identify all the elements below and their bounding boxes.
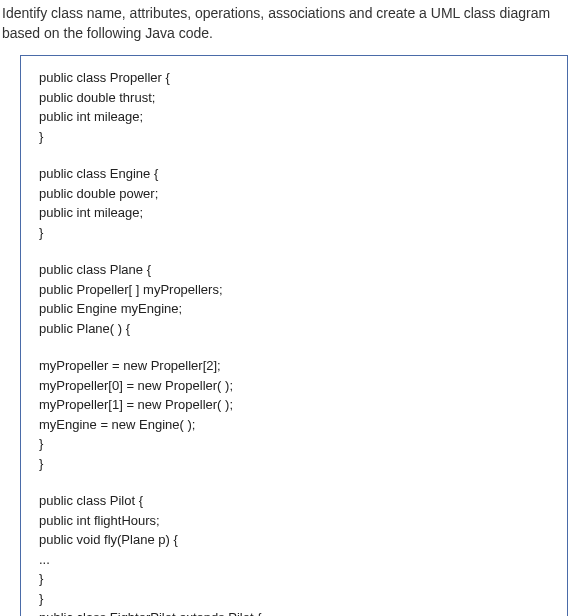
code-line: public Propeller[ ] myPropellers; bbox=[39, 280, 549, 300]
code-line: myEngine = new Engine( ); bbox=[39, 415, 549, 435]
code-line: public void fly(Plane p) { bbox=[39, 530, 549, 550]
code-line: public int mileage; bbox=[39, 107, 549, 127]
code-line: public class Engine { bbox=[39, 164, 549, 184]
code-line: public double power; bbox=[39, 184, 549, 204]
instruction-text: Identify class name, attributes, operati… bbox=[0, 0, 586, 51]
code-line: } bbox=[39, 223, 549, 243]
code-line: } bbox=[39, 127, 549, 147]
code-line: public Engine myEngine; bbox=[39, 299, 549, 319]
code-line: } bbox=[39, 434, 549, 454]
code-line: public class Propeller { bbox=[39, 68, 549, 88]
code-line: myPropeller[1] = new Propeller( ); bbox=[39, 395, 549, 415]
code-line: public double thrust; bbox=[39, 88, 549, 108]
code-container: public class Propeller { public double t… bbox=[20, 55, 568, 616]
code-line: } bbox=[39, 454, 549, 474]
code-line: public int flightHours; bbox=[39, 511, 549, 531]
code-line: } bbox=[39, 569, 549, 589]
code-blank bbox=[39, 338, 549, 356]
code-line: } bbox=[39, 589, 549, 609]
code-line: public class Plane { bbox=[39, 260, 549, 280]
code-line: myPropeller[0] = new Propeller( ); bbox=[39, 376, 549, 396]
code-line: public int mileage; bbox=[39, 203, 549, 223]
code-line: ... bbox=[39, 550, 549, 570]
code-line: myPropeller = new Propeller[2]; bbox=[39, 356, 549, 376]
code-line: public Plane( ) { bbox=[39, 319, 549, 339]
code-line: public class FighterPilot extends Pilot … bbox=[39, 608, 549, 616]
code-blank bbox=[39, 473, 549, 491]
code-blank bbox=[39, 146, 549, 164]
code-line: public class Pilot { bbox=[39, 491, 549, 511]
code-blank bbox=[39, 242, 549, 260]
